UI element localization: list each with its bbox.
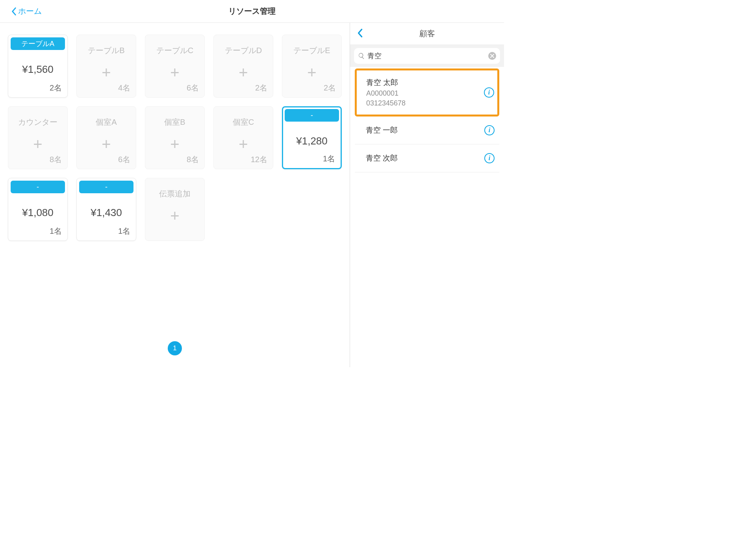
- resource-name-badge: -: [79, 181, 133, 193]
- customer-row[interactable]: 青空 一郎i: [355, 116, 499, 144]
- resource-name: テーブルB: [77, 35, 136, 56]
- customer-phone: 0312345678: [366, 99, 406, 107]
- pagination: 1: [0, 341, 350, 355]
- resource-capacity: 12名: [251, 154, 267, 165]
- resource-card[interactable]: テーブルA¥1,5602名: [8, 35, 68, 98]
- resource-card[interactable]: 個室A+6名: [76, 106, 136, 169]
- resource-capacity: 2名: [50, 83, 62, 93]
- resource-capacity: 1名: [118, 226, 130, 237]
- resource-capacity: 8名: [187, 154, 199, 165]
- resource-card[interactable]: テーブルE+2名: [282, 35, 342, 98]
- plus-icon: +: [239, 136, 248, 152]
- plus-icon: +: [33, 136, 42, 152]
- resource-card[interactable]: -¥1,0801名: [8, 178, 68, 241]
- search-icon: [358, 52, 365, 59]
- customer-row[interactable]: 青空 次郎i: [355, 144, 499, 172]
- chevron-left-icon: [357, 28, 363, 38]
- resource-capacity: 1名: [50, 226, 62, 237]
- plus-icon: +: [170, 65, 179, 80]
- info-button[interactable]: i: [484, 125, 495, 135]
- resource-amount: ¥1,560: [22, 63, 54, 76]
- customer-sidebar: 顧客 青空 太郎A00000010312345678i青空 一郎i青空 次郎i: [350, 23, 504, 367]
- resource-name: 個室B: [145, 107, 204, 128]
- search-input[interactable]: [367, 52, 488, 60]
- customer-info: 青空 一郎: [366, 125, 398, 135]
- resource-name-badge: -: [285, 109, 339, 122]
- resource-capacity: 1名: [323, 153, 335, 164]
- search-bar: [350, 45, 504, 67]
- plus-icon: +: [102, 136, 111, 152]
- resource-card[interactable]: カウンター+8名: [8, 106, 68, 169]
- resource-capacity: 4名: [118, 83, 130, 93]
- app-header: ホーム リソース管理: [0, 0, 504, 23]
- resource-capacity: 2名: [255, 83, 267, 93]
- resource-name: テーブルC: [145, 35, 204, 56]
- back-home-label: ホーム: [18, 6, 42, 17]
- resource-card[interactable]: -¥1,4301名: [76, 178, 136, 241]
- resource-capacity: 6名: [187, 83, 199, 93]
- page-title: リソース管理: [228, 6, 276, 17]
- customer-name: 青空 次郎: [366, 153, 398, 163]
- resource-name: テーブルE: [282, 35, 341, 56]
- customer-info: 青空 次郎: [366, 153, 398, 163]
- chevron-left-icon: [11, 7, 17, 16]
- close-icon: [490, 54, 494, 58]
- plus-icon: +: [239, 65, 248, 80]
- info-button[interactable]: i: [484, 87, 494, 98]
- resource-capacity: 6名: [118, 154, 130, 165]
- page-indicator[interactable]: 1: [168, 341, 182, 355]
- customer-name: 青空 太郎: [366, 78, 406, 88]
- resource-card[interactable]: 個室B+8名: [145, 106, 205, 169]
- resource-card[interactable]: 伝票追加+: [145, 178, 205, 241]
- resource-card[interactable]: -¥1,2801名: [282, 106, 342, 169]
- resource-name: テーブルD: [214, 35, 273, 56]
- clear-search-button[interactable]: [488, 52, 496, 60]
- customer-list: 青空 太郎A00000010312345678i青空 一郎i青空 次郎i: [350, 67, 504, 367]
- resource-card[interactable]: テーブルC+6名: [145, 35, 205, 98]
- sidebar-back-button[interactable]: [357, 28, 363, 39]
- search-field[interactable]: [354, 48, 500, 64]
- resource-amount: ¥1,280: [296, 135, 328, 147]
- plus-icon: +: [170, 208, 179, 224]
- resource-grid: テーブルA¥1,5602名テーブルB+4名テーブルC+6名テーブルD+2名テーブ…: [8, 35, 342, 241]
- resource-capacity: 2名: [324, 83, 336, 93]
- resource-name: 個室A: [77, 107, 136, 128]
- sidebar-header: 顧客: [350, 23, 504, 45]
- resource-main: テーブルA¥1,5602名テーブルB+4名テーブルC+6名テーブルD+2名テーブ…: [0, 23, 350, 367]
- resource-capacity: 8名: [50, 154, 62, 165]
- resource-amount: ¥1,080: [22, 207, 54, 219]
- plus-icon: +: [102, 65, 111, 80]
- info-button[interactable]: i: [484, 153, 495, 163]
- resource-name-badge: -: [11, 181, 65, 193]
- back-home-button[interactable]: ホーム: [11, 6, 42, 17]
- plus-icon: +: [307, 65, 316, 80]
- plus-icon: +: [170, 136, 179, 152]
- customer-name: 青空 一郎: [366, 125, 398, 135]
- customer-row[interactable]: 青空 太郎A00000010312345678i: [355, 68, 499, 116]
- resource-card[interactable]: 個室C+12名: [213, 106, 273, 169]
- sidebar-title: 顧客: [419, 28, 435, 39]
- customer-code: A0000001: [366, 89, 406, 98]
- add-slip-label: 伝票追加: [145, 178, 204, 199]
- resource-name: 個室C: [214, 107, 273, 128]
- resource-name-badge: テーブルA: [11, 37, 65, 50]
- resource-card[interactable]: テーブルD+2名: [213, 35, 273, 98]
- resource-amount: ¥1,430: [91, 207, 122, 219]
- customer-info: 青空 太郎A00000010312345678: [366, 78, 406, 107]
- resource-name: カウンター: [8, 107, 67, 128]
- resource-card[interactable]: テーブルB+4名: [76, 35, 136, 98]
